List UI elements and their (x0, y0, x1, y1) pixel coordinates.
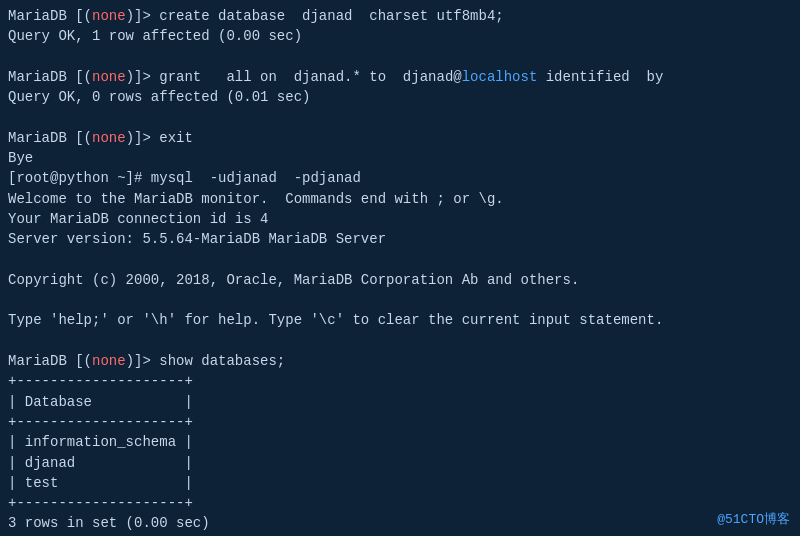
text-segment: )]> show databases; (126, 353, 286, 369)
text-segment: +--------------------+ (8, 414, 193, 430)
terminal-line: MariaDB [(none)]> create database djanad… (8, 6, 792, 26)
terminal-line (8, 290, 792, 310)
text-segment: | djanad | (8, 455, 193, 471)
terminal-line: Welcome to the MariaDB monitor. Commands… (8, 189, 792, 209)
terminal-line: Server version: 5.5.64-MariaDB MariaDB S… (8, 229, 792, 249)
terminal-line: Your MariaDB connection id is 4 (8, 209, 792, 229)
terminal-line: | Database | (8, 392, 792, 412)
text-segment: [root@python ~]# mysql -udjanad -pdjanad (8, 170, 361, 186)
text-segment: Your MariaDB connection id is 4 (8, 211, 268, 227)
terminal-line (8, 331, 792, 351)
terminal-line: Bye (8, 148, 792, 168)
text-segment: | Database | (8, 394, 193, 410)
text-segment: +--------------------+ (8, 495, 193, 511)
text-segment: Server version: 5.5.64-MariaDB MariaDB S… (8, 231, 386, 247)
terminal-line: Query OK, 1 row affected (0.00 sec) (8, 26, 792, 46)
text-segment: 3 rows in set (0.00 sec) (8, 515, 210, 531)
text-segment: Bye (8, 150, 33, 166)
terminal-line: 3 rows in set (0.00 sec) (8, 513, 792, 533)
text-segment: MariaDB [( (8, 130, 92, 146)
text-none-keyword: none (92, 69, 126, 85)
terminal-line: +--------------------+ (8, 371, 792, 391)
text-segment: | information_schema | (8, 434, 193, 450)
terminal-line: Copyright (c) 2000, 2018, Oracle, MariaD… (8, 270, 792, 290)
text-segment: Query OK, 1 row affected (0.00 sec) (8, 28, 302, 44)
terminal-line (8, 47, 792, 67)
text-segment: identified by (537, 69, 663, 85)
text-none-keyword: none (92, 353, 126, 369)
terminal-line: +--------------------+ (8, 493, 792, 513)
text-segment: Query OK, 0 rows affected (0.01 sec) (8, 89, 310, 105)
text-segment: MariaDB [( (8, 8, 92, 24)
text-segment: MariaDB [( (8, 353, 92, 369)
terminal-line: Query OK, 0 rows affected (0.01 sec) (8, 87, 792, 107)
terminal-line: | test | (8, 473, 792, 493)
text-segment: )]> grant all on djanad.* to djanad@ (126, 69, 462, 85)
terminal-line (8, 250, 792, 270)
text-segment: Copyright (c) 2000, 2018, Oracle, MariaD… (8, 272, 579, 288)
text-segment: )]> create database djanad charset utf8m… (126, 8, 504, 24)
terminal-window: MariaDB [(none)]> create database djanad… (0, 0, 800, 536)
terminal-line: | information_schema | (8, 432, 792, 452)
terminal-line (8, 107, 792, 127)
watermark-label: @51CTO博客 (717, 510, 790, 528)
terminal-line: MariaDB [(none)]> exit (8, 128, 792, 148)
text-segment: MariaDB [( (8, 69, 92, 85)
text-segment: | test | (8, 475, 193, 491)
text-none-keyword: none (92, 8, 126, 24)
text-none-keyword: none (92, 130, 126, 146)
terminal-content: MariaDB [(none)]> create database djanad… (8, 6, 792, 536)
text-segment: )]> exit (126, 130, 193, 146)
terminal-line: Type 'help;' or '\h' for help. Type '\c'… (8, 310, 792, 330)
text-segment: Type 'help;' or '\h' for help. Type '\c'… (8, 312, 663, 328)
text-segment: Welcome to the MariaDB monitor. Commands… (8, 191, 504, 207)
text-localhost-keyword: localhost (462, 69, 538, 85)
terminal-line: [root@python ~]# mysql -udjanad -pdjanad (8, 168, 792, 188)
terminal-line: | djanad | (8, 453, 792, 473)
terminal-line: MariaDB [(none)]> grant all on djanad.* … (8, 67, 792, 87)
terminal-line: MariaDB [(none)]> show databases; (8, 351, 792, 371)
terminal-line: +--------------------+ (8, 412, 792, 432)
text-segment: +--------------------+ (8, 373, 193, 389)
